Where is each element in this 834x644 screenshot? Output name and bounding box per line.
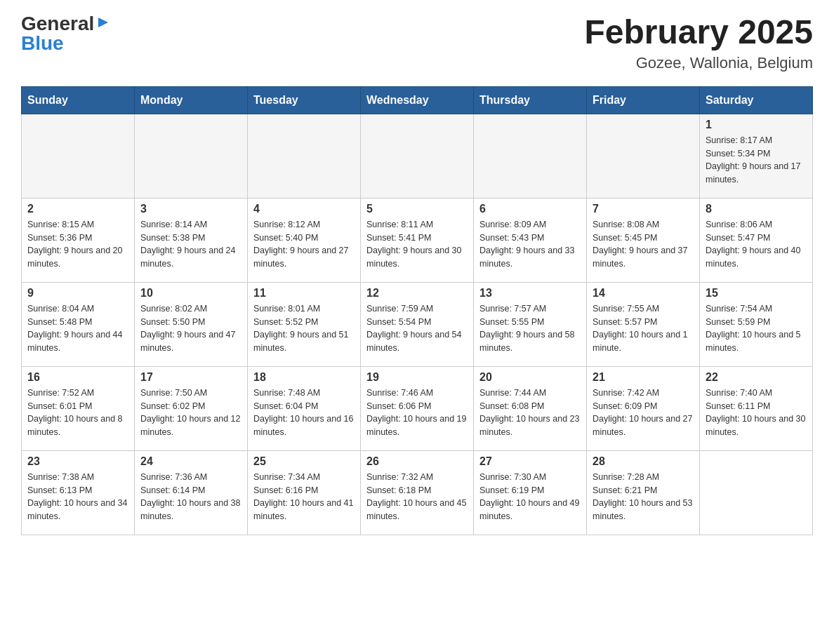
day-info: Sunrise: 8:02 AMSunset: 5:50 PMDaylight:…: [140, 302, 241, 355]
calendar-cell: 9Sunrise: 8:04 AMSunset: 5:48 PMDaylight…: [22, 282, 135, 366]
day-info: Sunrise: 7:36 AMSunset: 6:14 PMDaylight:…: [140, 471, 241, 523]
calendar-cell: [700, 450, 813, 535]
calendar-cell: 15Sunrise: 7:54 AMSunset: 5:59 PMDayligh…: [700, 282, 813, 366]
page-header: General Blue February 2025 Gozee, Wallon…: [21, 14, 813, 72]
calendar-cell: [587, 114, 700, 198]
day-number: 14: [593, 287, 694, 300]
calendar-week-row: 23Sunrise: 7:38 AMSunset: 6:13 PMDayligh…: [22, 450, 813, 535]
day-number: 22: [706, 371, 807, 384]
day-header-thursday: Thursday: [474, 86, 587, 114]
calendar-cell: 25Sunrise: 7:34 AMSunset: 6:16 PMDayligh…: [248, 450, 361, 535]
calendar-cell: 23Sunrise: 7:38 AMSunset: 6:13 PMDayligh…: [22, 450, 135, 535]
calendar-cell: 7Sunrise: 8:08 AMSunset: 5:45 PMDaylight…: [587, 198, 700, 282]
day-info: Sunrise: 7:54 AMSunset: 5:59 PMDaylight:…: [706, 302, 807, 355]
logo-general: General: [21, 14, 94, 34]
calendar-cell: [22, 114, 135, 198]
calendar-cell: [474, 114, 587, 198]
day-number: 24: [140, 455, 241, 468]
day-number: 6: [479, 203, 581, 215]
calendar-cell: 10Sunrise: 8:02 AMSunset: 5:50 PMDayligh…: [135, 282, 248, 366]
day-number: 4: [253, 203, 355, 215]
day-number: 26: [366, 455, 468, 468]
calendar-cell: 18Sunrise: 7:48 AMSunset: 6:04 PMDayligh…: [248, 366, 361, 450]
day-number: 2: [27, 203, 128, 215]
calendar-week-row: 1Sunrise: 8:17 AMSunset: 5:34 PMDaylight…: [22, 114, 813, 198]
logo-blue: Blue: [21, 34, 64, 53]
calendar-cell: 16Sunrise: 7:52 AMSunset: 6:01 PMDayligh…: [22, 366, 135, 450]
calendar-cell: [248, 114, 361, 198]
day-header-friday: Friday: [587, 86, 700, 114]
calendar-cell: 4Sunrise: 8:12 AMSunset: 5:40 PMDaylight…: [248, 198, 361, 282]
day-info: Sunrise: 8:04 AMSunset: 5:48 PMDaylight:…: [27, 302, 128, 355]
day-number: 9: [27, 287, 128, 300]
day-header-tuesday: Tuesday: [248, 86, 361, 114]
calendar-cell: 3Sunrise: 8:14 AMSunset: 5:38 PMDaylight…: [135, 198, 248, 282]
day-info: Sunrise: 7:57 AMSunset: 5:55 PMDaylight:…: [479, 302, 581, 355]
day-header-monday: Monday: [135, 86, 248, 114]
calendar-cell: 24Sunrise: 7:36 AMSunset: 6:14 PMDayligh…: [135, 450, 248, 535]
day-info: Sunrise: 7:55 AMSunset: 5:57 PMDaylight:…: [593, 302, 694, 355]
calendar-cell: 13Sunrise: 7:57 AMSunset: 5:55 PMDayligh…: [474, 282, 587, 366]
day-info: Sunrise: 8:06 AMSunset: 5:47 PMDaylight:…: [706, 218, 807, 271]
day-info: Sunrise: 7:38 AMSunset: 6:13 PMDaylight:…: [27, 471, 128, 523]
calendar-cell: 1Sunrise: 8:17 AMSunset: 5:34 PMDaylight…: [700, 114, 813, 198]
calendar-cell: 28Sunrise: 7:28 AMSunset: 6:21 PMDayligh…: [587, 450, 700, 535]
calendar-cell: 14Sunrise: 7:55 AMSunset: 5:57 PMDayligh…: [587, 282, 700, 366]
day-number: 13: [479, 287, 581, 300]
calendar-table: SundayMondayTuesdayWednesdayThursdayFrid…: [21, 86, 813, 535]
day-number: 20: [479, 371, 581, 384]
day-info: Sunrise: 8:14 AMSunset: 5:38 PMDaylight:…: [140, 218, 241, 271]
day-info: Sunrise: 8:12 AMSunset: 5:40 PMDaylight:…: [253, 218, 355, 271]
day-number: 8: [706, 203, 807, 215]
day-header-sunday: Sunday: [22, 86, 135, 114]
calendar-cell: 5Sunrise: 8:11 AMSunset: 5:41 PMDaylight…: [361, 198, 474, 282]
day-number: 21: [593, 371, 694, 384]
day-number: 16: [27, 371, 128, 384]
day-info: Sunrise: 8:11 AMSunset: 5:41 PMDaylight:…: [366, 218, 468, 271]
logo-triangle-icon: [95, 15, 111, 30]
day-info: Sunrise: 7:30 AMSunset: 6:19 PMDaylight:…: [479, 471, 581, 523]
day-number: 27: [479, 455, 581, 468]
location-title: Gozee, Wallonia, Belgium: [584, 54, 813, 72]
calendar-cell: 20Sunrise: 7:44 AMSunset: 6:08 PMDayligh…: [474, 366, 587, 450]
day-number: 28: [593, 455, 694, 468]
month-title: February 2025: [584, 14, 813, 51]
day-number: 12: [366, 287, 468, 300]
day-info: Sunrise: 8:08 AMSunset: 5:45 PMDaylight:…: [593, 218, 694, 271]
day-number: 1: [706, 119, 807, 131]
day-number: 25: [253, 455, 355, 468]
calendar-cell: 27Sunrise: 7:30 AMSunset: 6:19 PMDayligh…: [474, 450, 587, 535]
calendar-cell: 12Sunrise: 7:59 AMSunset: 5:54 PMDayligh…: [361, 282, 474, 366]
day-info: Sunrise: 7:28 AMSunset: 6:21 PMDaylight:…: [593, 471, 694, 523]
calendar-cell: 22Sunrise: 7:40 AMSunset: 6:11 PMDayligh…: [700, 366, 813, 450]
day-number: 17: [140, 371, 241, 384]
day-info: Sunrise: 8:15 AMSunset: 5:36 PMDaylight:…: [27, 218, 128, 271]
calendar-cell: 19Sunrise: 7:46 AMSunset: 6:06 PMDayligh…: [361, 366, 474, 450]
day-info: Sunrise: 7:32 AMSunset: 6:18 PMDaylight:…: [366, 471, 468, 523]
day-info: Sunrise: 7:42 AMSunset: 6:09 PMDaylight:…: [593, 387, 694, 439]
calendar-cell: 11Sunrise: 8:01 AMSunset: 5:52 PMDayligh…: [248, 282, 361, 366]
calendar-cell: 17Sunrise: 7:50 AMSunset: 6:02 PMDayligh…: [135, 366, 248, 450]
day-info: Sunrise: 7:44 AMSunset: 6:08 PMDaylight:…: [479, 387, 581, 439]
calendar-cell: 2Sunrise: 8:15 AMSunset: 5:36 PMDaylight…: [22, 198, 135, 282]
calendar-week-row: 2Sunrise: 8:15 AMSunset: 5:36 PMDaylight…: [22, 198, 813, 282]
day-info: Sunrise: 7:48 AMSunset: 6:04 PMDaylight:…: [253, 387, 355, 439]
calendar-week-row: 9Sunrise: 8:04 AMSunset: 5:48 PMDaylight…: [22, 282, 813, 366]
day-header-saturday: Saturday: [700, 86, 813, 114]
day-info: Sunrise: 8:01 AMSunset: 5:52 PMDaylight:…: [253, 302, 355, 355]
day-header-wednesday: Wednesday: [361, 86, 474, 114]
day-number: 19: [366, 371, 468, 384]
day-number: 23: [27, 455, 128, 468]
calendar-header-row: SundayMondayTuesdayWednesdayThursdayFrid…: [22, 86, 813, 114]
title-block: February 2025 Gozee, Wallonia, Belgium: [584, 14, 813, 72]
day-info: Sunrise: 7:52 AMSunset: 6:01 PMDaylight:…: [27, 387, 128, 439]
day-info: Sunrise: 7:40 AMSunset: 6:11 PMDaylight:…: [706, 387, 807, 439]
day-number: 15: [706, 287, 807, 300]
calendar-cell: [135, 114, 248, 198]
calendar-cell: [361, 114, 474, 198]
calendar-cell: 6Sunrise: 8:09 AMSunset: 5:43 PMDaylight…: [474, 198, 587, 282]
day-info: Sunrise: 7:59 AMSunset: 5:54 PMDaylight:…: [366, 302, 468, 355]
calendar-cell: 26Sunrise: 7:32 AMSunset: 6:18 PMDayligh…: [361, 450, 474, 535]
svg-marker-0: [98, 18, 108, 27]
day-info: Sunrise: 8:09 AMSunset: 5:43 PMDaylight:…: [479, 218, 581, 271]
